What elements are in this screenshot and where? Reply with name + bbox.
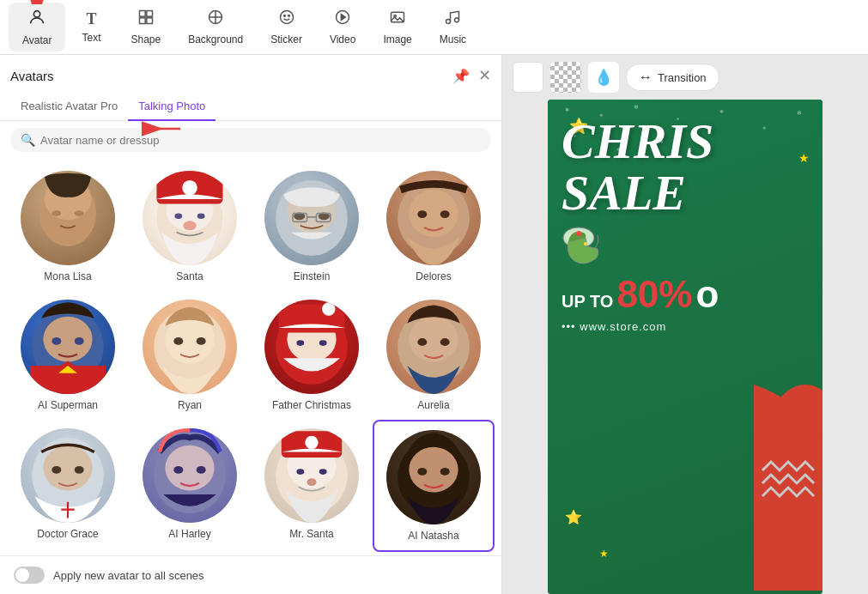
avatar-cell-doctor-grace[interactable]: Doctor Grace xyxy=(7,420,129,552)
svg-point-18 xyxy=(455,18,459,22)
panel-header-icons: 📌 ✕ xyxy=(452,66,491,85)
svg-point-49 xyxy=(173,337,183,345)
search-input[interactable] xyxy=(40,134,481,147)
avatar-label: Avatar xyxy=(22,34,52,46)
main-layout: Avatars 📌 ✕ Realistic Avatar Pro Talking… xyxy=(0,55,868,594)
avatar-name-mr-santa: Mr. Santa xyxy=(289,528,333,540)
svg-point-50 xyxy=(197,337,206,345)
svg-point-68 xyxy=(165,446,214,491)
svg-point-56 xyxy=(319,340,327,346)
avatar-img-doctor-grace xyxy=(21,428,115,523)
video-icon xyxy=(334,9,351,30)
svg-point-70 xyxy=(197,466,206,474)
svg-point-80 xyxy=(417,468,427,476)
avatar-cell-father-christmas[interactable]: Father Christmas xyxy=(251,291,373,420)
card-url: ••• www.store.com xyxy=(561,320,809,333)
svg-point-60 xyxy=(440,338,450,346)
toolbar-item-video[interactable]: Video xyxy=(316,3,369,51)
discount-value: 80% xyxy=(616,276,692,313)
white-bg-tool[interactable] xyxy=(513,62,543,93)
svg-point-41 xyxy=(440,210,450,218)
toolbar-item-shape[interactable]: Shape xyxy=(117,3,174,51)
card-content: CHRIS SALE UP TO xyxy=(548,100,822,350)
avatar-cell-ai-superman[interactable]: AI Superman xyxy=(7,291,129,420)
sticker-label: Sticker xyxy=(270,33,302,45)
tab-realistic[interactable]: Realistic Avatar Pro xyxy=(10,93,128,121)
toolbar-item-text[interactable]: T Text xyxy=(65,5,117,49)
panel-title: Avatars xyxy=(10,69,54,83)
svg-point-28 xyxy=(182,180,197,196)
avatar-cell-ai-harley[interactable]: AI Harley xyxy=(129,420,251,552)
transition-button[interactable]: ↔ Transition xyxy=(626,64,719,91)
svg-point-12 xyxy=(288,15,289,17)
left-panel: Avatars 📌 ✕ Realistic Avatar Pro Talking… xyxy=(0,55,502,594)
svg-point-75 xyxy=(296,469,304,475)
pin-icon[interactable]: 📌 xyxy=(452,68,470,84)
avatar-img-santa xyxy=(143,171,237,265)
apply-all-toggle[interactable] xyxy=(14,567,45,584)
avatar-grid: Mona Lisa xyxy=(0,159,501,555)
text-label: Text xyxy=(82,32,100,44)
video-label: Video xyxy=(330,33,355,45)
person-decoration xyxy=(719,385,822,594)
panel-tabs: Realistic Avatar Pro Talking Photo xyxy=(0,93,501,121)
svg-point-58 xyxy=(409,317,458,362)
svg-point-29 xyxy=(174,214,182,220)
avatar-cell-delores[interactable]: Delores xyxy=(373,162,495,291)
card-discount: UP TO 80% o xyxy=(561,276,809,313)
avatar-img-ai-superman xyxy=(21,300,115,394)
transparent-bg-tool[interactable] xyxy=(550,62,581,93)
svg-point-76 xyxy=(319,469,327,475)
svg-point-23 xyxy=(52,210,61,216)
avatar-name-ryan: Ryan xyxy=(178,399,202,411)
avatar-img-ai-harley xyxy=(143,428,237,523)
avatar-name-einstein: Einstein xyxy=(294,270,331,282)
toolbar-item-sticker[interactable]: Sticker xyxy=(257,3,316,51)
transition-label: Transition xyxy=(658,71,707,84)
svg-rect-4 xyxy=(147,11,153,17)
avatar-cell-mona-lisa[interactable]: Mona Lisa xyxy=(7,162,129,291)
avatar-cell-santa[interactable]: Santa xyxy=(129,162,251,291)
svg-point-77 xyxy=(307,478,317,486)
avatar-cell-ai-natasha[interactable]: AI Natasha xyxy=(373,420,495,552)
image-label: Image xyxy=(383,33,411,45)
avatar-name-mona-lisa: Mona Lisa xyxy=(44,270,91,282)
tab-talking-photo[interactable]: Talking Photo xyxy=(128,93,215,121)
avatar-cell-mr-santa[interactable]: Mr. Santa xyxy=(251,420,373,552)
svg-point-43 xyxy=(43,317,92,362)
toolbar-item-music[interactable]: Music xyxy=(426,3,480,51)
svg-point-30 xyxy=(197,214,205,220)
background-label: Background xyxy=(188,33,243,45)
svg-point-54 xyxy=(322,302,335,315)
avatar-cell-ryan[interactable]: Ryan xyxy=(129,291,251,420)
toolbar-item-background[interactable]: Background xyxy=(174,3,257,51)
svg-point-0 xyxy=(34,11,40,17)
color-picker-tool[interactable]: 💧 xyxy=(588,62,619,93)
sticker-icon xyxy=(278,9,295,30)
avatar-img-einstein xyxy=(264,171,359,265)
avatar-name-doctor-grace: Doctor Grace xyxy=(37,528,98,540)
avatar-cell-aurelia[interactable]: Aurelia xyxy=(373,291,495,420)
avatar-name-aurelia: Aurelia xyxy=(417,399,449,411)
toolbar: Avatar T Text Shape xyxy=(0,0,868,55)
shape-icon xyxy=(137,9,155,30)
svg-point-62 xyxy=(43,446,92,491)
svg-rect-3 xyxy=(139,11,145,17)
close-icon[interactable]: ✕ xyxy=(478,66,491,85)
toolbar-item-image[interactable]: Image xyxy=(369,3,425,51)
svg-point-55 xyxy=(296,340,304,346)
avatar-name-father-christmas: Father Christmas xyxy=(272,399,351,411)
discount-suffix: o xyxy=(695,276,719,313)
svg-rect-5 xyxy=(139,18,145,24)
svg-point-17 xyxy=(446,20,451,24)
avatar-cell-einstein[interactable]: Einstein xyxy=(251,162,373,291)
right-panel: 💧 ↔ Transition ❄ ❄ ❄ ❄ ❄ ❄ ❄ ❄ ❄ ❄ xyxy=(502,55,868,594)
canvas-toolbar: 💧 ↔ Transition xyxy=(502,55,868,100)
text-icon: T xyxy=(86,10,96,28)
svg-point-40 xyxy=(417,210,427,218)
red-arrow-tab xyxy=(133,120,185,163)
avatar-img-delores xyxy=(386,171,481,265)
toggle-knob xyxy=(15,568,29,582)
toolbar-item-avatar[interactable]: Avatar xyxy=(9,3,65,52)
search-input-wrap[interactable]: 🔍 xyxy=(10,128,491,152)
